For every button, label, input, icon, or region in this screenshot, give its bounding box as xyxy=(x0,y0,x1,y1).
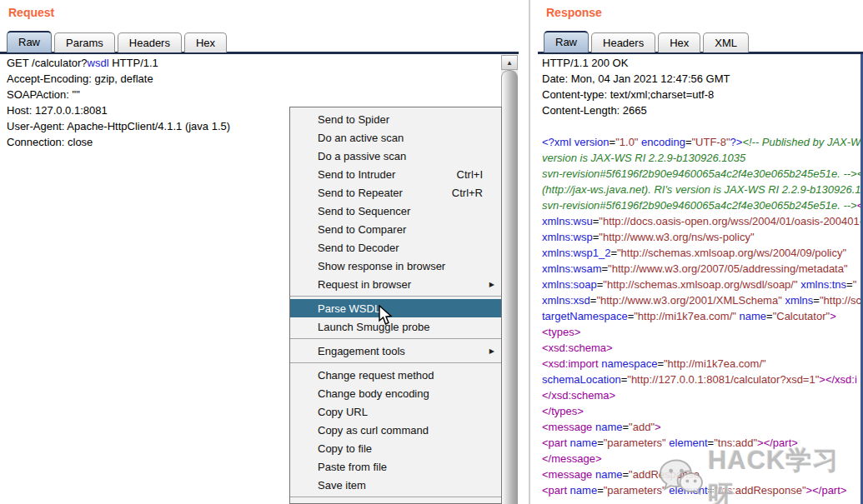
response-line: (http://jax-ws.java.net). RI's version i… xyxy=(542,182,863,197)
response-line: <message name="add"> xyxy=(542,419,863,435)
request-tab-hex[interactable]: Hex xyxy=(184,32,227,52)
response-line: <part name="parameters" element="tns:add… xyxy=(542,482,863,498)
menu-item-label: Request in browser xyxy=(318,278,489,291)
menu-item-label: Do an active scan xyxy=(318,132,496,144)
menu-separator xyxy=(290,497,501,497)
request-line: User-Agent: Apache-HttpClient/4.1.1 (jav… xyxy=(7,118,230,134)
request-line: Accept-Encoding: gzip, deflate xyxy=(7,71,230,87)
response-line: xmlns:wsp1_2="http://schemas.xmlsoap.org… xyxy=(542,245,863,261)
response-line: <xsd:import namespace="http://mi1k7ea.co… xyxy=(542,356,863,372)
menu-item-label: Send to Sequencer xyxy=(318,205,496,217)
menu-item-save-item[interactable]: Save item xyxy=(290,476,501,494)
submenu-arrow-icon: ▶ xyxy=(489,347,494,355)
menu-item-send-to-repeater[interactable]: Send to RepeaterCtrl+R xyxy=(290,183,501,202)
response-line: Date: Mon, 04 Jan 2021 12:47:56 GMT xyxy=(542,71,863,87)
menu-item-send-to-spider[interactable]: Send to Spider xyxy=(290,110,501,128)
menu-item-shortcut: Ctrl+R xyxy=(452,187,483,199)
response-line: <part name="parameters" element="tns:add… xyxy=(542,435,863,451)
context-menu: Send to SpiderDo an active scanDo a pass… xyxy=(289,107,502,504)
response-line: xmlns:wsam="http://www.w3.org/2007/05/ad… xyxy=(542,261,863,277)
response-tab-raw[interactable]: Raw xyxy=(544,31,589,52)
response-line: xmlns:wsu="http://docs.oasis-open.org/ws… xyxy=(542,213,863,229)
menu-item-label: Send to Comparer xyxy=(318,223,496,236)
request-line: GET /calculator?wsdl HTTP/1.1 xyxy=(7,55,230,71)
menu-item-send-to-decoder[interactable]: Send to Decoder xyxy=(290,238,501,257)
request-line: SOAPAction: "" xyxy=(7,87,230,102)
response-line: schemaLocation="http://127.0.0.1:8081/ca… xyxy=(542,372,863,387)
menu-item-label: Launch Smuggle probe xyxy=(318,321,496,333)
menu-item-shortcut: Ctrl+I xyxy=(457,168,483,181)
menu-item-label: Send to Spider xyxy=(318,113,496,126)
response-line: Content-type: text/xml;charset=utf-8 xyxy=(542,87,863,102)
response-line xyxy=(542,118,863,134)
menu-item-request-in-browser[interactable]: Request in browser▶ xyxy=(290,275,501,293)
scroll-up-button[interactable]: ▲ xyxy=(501,55,518,70)
menu-item-label: Send to Repeater xyxy=(318,187,452,199)
response-line: xmlns:xsd="http://www.w3.org/2001/XMLSch… xyxy=(542,292,863,308)
menu-item-copy-as-curl-command[interactable]: Copy as curl command xyxy=(290,421,501,439)
menu-item-label: Save item xyxy=(318,479,496,492)
menu-item-show-response-in-browser[interactable]: Show response in browser xyxy=(290,257,501,275)
request-tab-headers[interactable]: Headers xyxy=(118,32,182,52)
response-tab-headers[interactable]: Headers xyxy=(591,32,655,52)
response-line: </types> xyxy=(542,403,863,419)
response-line: HTTP/1.1 200 OK xyxy=(542,55,863,71)
response-line: svn-revision#5f6196f2b90e9460065a4c2f4e3… xyxy=(542,197,863,213)
response-editor[interactable]: HTTP/1.1 200 OKDate: Mon, 04 Jan 2021 12… xyxy=(542,55,863,498)
menu-item-parse-wsdl[interactable]: Parse WSDL xyxy=(290,299,501,317)
menu-item-label: Send to Decoder xyxy=(318,242,496,254)
menu-item-label: Engagement tools xyxy=(318,345,489,357)
menu-separator xyxy=(290,296,501,297)
request-tabs: RawParamsHeadersHex xyxy=(7,31,227,52)
request-editor[interactable]: GET /calculator?wsdl HTTP/1.1Accept-Enco… xyxy=(7,55,230,150)
menu-item-label: Change request method xyxy=(318,369,496,382)
menu-separator xyxy=(290,338,501,339)
response-tabs: RawHeadersHexXML xyxy=(544,31,749,52)
response-line: Content-Length: 2665 xyxy=(542,102,863,118)
response-panel-title: Response xyxy=(546,6,602,19)
request-scrollbar-thumb[interactable] xyxy=(501,70,518,504)
response-line: <types> xyxy=(542,324,863,340)
menu-item-engagement-tools[interactable]: Engagement tools▶ xyxy=(290,342,501,360)
request-panel-title: Request xyxy=(8,6,54,19)
menu-item-do-an-active-scan[interactable]: Do an active scan xyxy=(290,128,501,147)
request-tab-raw[interactable]: Raw xyxy=(7,31,52,52)
response-line: <?xml version="1.0" encoding="UTF-8"?><!… xyxy=(542,134,863,150)
menu-item-launch-smuggle-probe[interactable]: Launch Smuggle probe xyxy=(290,317,501,336)
menu-item-do-a-passive-scan[interactable]: Do a passive scan xyxy=(290,147,501,165)
submenu-arrow-icon: ▶ xyxy=(489,281,494,288)
menu-separator xyxy=(290,362,501,363)
menu-item-change-request-method[interactable]: Change request method xyxy=(290,366,501,384)
response-line: <xsd:schema> xyxy=(542,340,863,356)
menu-item-label: Copy as curl command xyxy=(318,424,496,437)
response-line: </xsd:schema> xyxy=(542,387,863,403)
menu-item-label: Change body encoding xyxy=(318,387,496,400)
response-line: <message name="addResponse xyxy=(542,467,863,482)
panel-divider xyxy=(529,0,530,504)
response-line: targetNamespace="http://mi1k7ea.com/" na… xyxy=(542,308,863,324)
menu-item-label: Copy URL xyxy=(318,406,496,418)
response-tab-hex[interactable]: Hex xyxy=(658,32,700,52)
menu-item-label: Do a passive scan xyxy=(318,150,496,162)
request-scrollbar[interactable]: ▲ xyxy=(501,55,518,504)
menu-item-send-to-comparer[interactable]: Send to Comparer xyxy=(290,220,501,238)
response-line: version is JAX-WS RI 2.2.9-b130926.1035 xyxy=(542,150,863,166)
menu-item-send-to-intruder[interactable]: Send to IntruderCtrl+I xyxy=(290,165,501,183)
response-line: svn-revision#5f6196f2b90e9460065a4c2f4e3… xyxy=(542,166,863,182)
menu-item-copy-url[interactable]: Copy URL xyxy=(290,402,501,421)
response-line: xmlns:soap="http://schemas.xmlsoap.org/w… xyxy=(542,277,863,292)
request-line: Connection: close xyxy=(7,134,230,150)
menu-item-send-to-sequencer[interactable]: Send to Sequencer xyxy=(290,202,501,220)
menu-item-label: Paste from file xyxy=(318,461,496,473)
menu-item-label: Show response in browser xyxy=(318,260,496,272)
menu-item-copy-to-file[interactable]: Copy to file xyxy=(290,439,501,457)
response-tab-xml[interactable]: XML xyxy=(703,32,749,52)
request-line: Host: 127.0.0.1:8081 xyxy=(7,102,230,118)
menu-item-label: Copy to file xyxy=(318,442,496,455)
request-tab-params[interactable]: Params xyxy=(54,32,115,52)
up-arrow-icon: ▲ xyxy=(506,59,513,67)
menu-item-paste-from-file[interactable]: Paste from file xyxy=(290,457,501,476)
response-line: xmlns:wsp="http://www.w3.org/ns/ws-polic… xyxy=(542,229,863,245)
menu-item-change-body-encoding[interactable]: Change body encoding xyxy=(290,384,501,402)
response-line: </message> xyxy=(542,451,863,467)
